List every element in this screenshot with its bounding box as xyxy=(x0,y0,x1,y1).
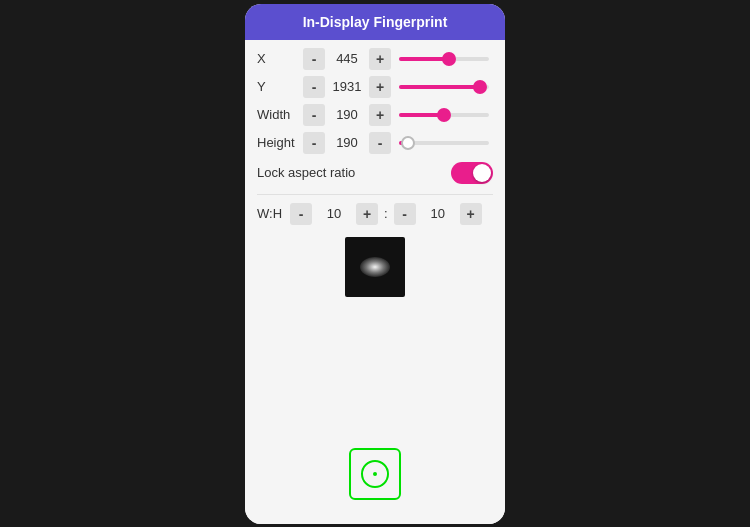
y-slider-fill xyxy=(399,85,480,89)
height-value: 190 xyxy=(329,135,365,150)
wh-label: W:H xyxy=(257,206,282,221)
target-dot xyxy=(373,472,377,476)
y-label: Y xyxy=(257,79,299,94)
h-minus-button[interactable]: - xyxy=(394,203,416,225)
x-plus-button[interactable]: + xyxy=(369,48,391,70)
app-title: In-Display Fingerprint xyxy=(303,14,448,30)
height-minus-button[interactable]: - xyxy=(303,132,325,154)
toggle-thumb xyxy=(473,164,491,182)
x-label: X xyxy=(257,51,299,66)
x-slider-track[interactable] xyxy=(399,57,489,61)
width-label: Width xyxy=(257,107,299,122)
y-value: 1931 xyxy=(329,79,365,94)
wh-row: W:H - 10 + : - 10 + xyxy=(257,203,493,225)
height-label: Height xyxy=(257,135,299,150)
width-slider-thumb[interactable] xyxy=(437,108,451,122)
w-minus-button[interactable]: - xyxy=(290,203,312,225)
title-bar: In-Display Fingerprint xyxy=(245,4,505,40)
height-plus-button[interactable]: - xyxy=(369,132,391,154)
bottom-area xyxy=(257,309,493,516)
y-slider-track[interactable] xyxy=(399,85,489,89)
y-minus-button[interactable]: - xyxy=(303,76,325,98)
width-value: 190 xyxy=(329,107,365,122)
width-row: Width - 190 + xyxy=(257,104,493,126)
w-plus-button[interactable]: + xyxy=(356,203,378,225)
y-row: Y - 1931 + xyxy=(257,76,493,98)
w-value: 10 xyxy=(316,206,352,221)
image-container xyxy=(257,231,493,303)
x-slider-thumb[interactable] xyxy=(442,52,456,66)
phone-container: In-Display Fingerprint X - 445 + Y - 193… xyxy=(245,4,505,524)
height-row: Height - 190 - xyxy=(257,132,493,154)
y-slider-thumb[interactable] xyxy=(473,80,487,94)
width-plus-button[interactable]: + xyxy=(369,104,391,126)
divider xyxy=(257,194,493,195)
h-value: 10 xyxy=(420,206,456,221)
width-slider-track[interactable] xyxy=(399,113,489,117)
colon-separator: : xyxy=(384,206,388,221)
lock-row: Lock aspect ratio xyxy=(257,160,493,186)
height-slider-track[interactable] xyxy=(399,141,489,145)
x-value: 445 xyxy=(329,51,365,66)
main-content: X - 445 + Y - 1931 + Width - 190 + xyxy=(245,40,505,524)
width-minus-button[interactable]: - xyxy=(303,104,325,126)
x-minus-button[interactable]: - xyxy=(303,48,325,70)
target-circle xyxy=(349,448,401,500)
h-plus-button[interactable]: + xyxy=(460,203,482,225)
target-inner-circle xyxy=(361,460,389,488)
fingerprint-image xyxy=(345,237,405,297)
y-plus-button[interactable]: + xyxy=(369,76,391,98)
height-slider-thumb[interactable] xyxy=(401,136,415,150)
lock-label: Lock aspect ratio xyxy=(257,165,355,180)
lock-toggle[interactable] xyxy=(451,162,493,184)
x-row: X - 445 + xyxy=(257,48,493,70)
fingerprint-glow xyxy=(360,257,390,277)
